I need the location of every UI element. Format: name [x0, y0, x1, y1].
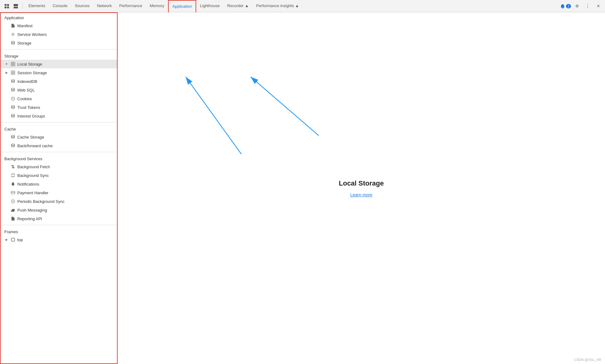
watermark: CSDN @XSL_HR — [574, 358, 601, 362]
sidebar-item-session-storage[interactable]: ▶Session Storage — [1, 68, 117, 77]
sidebar-item-push-messaging[interactable]: Push Messaging — [1, 206, 117, 214]
svg-rect-5 — [14, 7, 18, 8]
svg-point-24 — [11, 135, 15, 136]
sidebar-item-label: Notifications — [17, 182, 39, 186]
sidebar-item-cookies[interactable]: Cookies — [1, 94, 117, 103]
notification-badge[interactable]: 2 — [560, 4, 571, 9]
sidebar-item-manifest[interactable]: Manifest — [1, 21, 117, 30]
svg-point-17 — [11, 88, 15, 89]
sidebar-item-label: Manifest — [17, 24, 32, 28]
settings-button[interactable]: ⚙ — [573, 2, 581, 11]
sidebar-item-cache-storage[interactable]: Cache Storage — [1, 133, 117, 141]
sidebar-item-periodic-background-sync[interactable]: Periodic Background Sync — [1, 197, 117, 206]
tab-sources[interactable]: Sources — [71, 0, 93, 12]
tab-elements[interactable]: Elements — [25, 0, 49, 12]
page-title: Local Storage — [339, 179, 384, 187]
toolbar: ElementsConsoleSourcesNetworkPerformance… — [0, 0, 605, 12]
db-icon — [11, 105, 15, 110]
sidebar-item-label: IndexedDB — [17, 79, 37, 84]
svg-point-23 — [11, 114, 15, 115]
svg-rect-1 — [7, 4, 9, 6]
db-icon — [11, 88, 15, 92]
grid-db-icon — [11, 70, 15, 75]
svg-line-34 — [251, 77, 319, 136]
sync-icon — [11, 173, 15, 178]
arrows-ud-icon — [11, 164, 15, 169]
sidebar-item-label: Trust Tokens — [17, 105, 40, 110]
svg-point-7 — [11, 41, 15, 42]
annotation-arrows — [118, 12, 605, 364]
content-area: Local Storage Learn more CSDN @XSL_HR — [118, 12, 605, 364]
sidebar-item-back-forward-cache[interactable]: Back/forward cache — [1, 141, 117, 150]
svg-rect-8 — [11, 62, 13, 64]
sidebar-item-label: Local Storage — [17, 62, 42, 66]
svg-rect-0 — [5, 4, 6, 6]
sidebar-item-payment-handler[interactable]: Payment Handler — [1, 188, 117, 197]
db-icon — [11, 41, 15, 45]
sidebar-item-label: Storage — [17, 41, 32, 45]
sidebar-item-label: Service Workers — [17, 32, 47, 37]
sidebar: ApplicationManifestService WorkersStorag… — [0, 12, 118, 364]
sidebar-item-label: Session Storage — [17, 71, 47, 75]
sidebar-item-label: Interest Groups — [17, 114, 45, 118]
tab-performance[interactable]: Performance — [115, 0, 146, 12]
sidebar-item-service-workers[interactable]: Service Workers — [1, 30, 117, 39]
svg-line-33 — [186, 77, 241, 154]
grid-db-icon — [11, 62, 15, 66]
sidebar-item-indexeddb[interactable]: IndexedDB — [1, 77, 117, 86]
close-button[interactable]: ✕ — [594, 2, 603, 11]
tab-network[interactable]: Network — [93, 0, 116, 12]
chevron-icon: ▼ — [4, 62, 9, 66]
sidebar-item-label: Back/forward cache — [17, 143, 53, 148]
svg-rect-15 — [13, 73, 15, 75]
svg-rect-12 — [11, 71, 13, 72]
more-button[interactable]: ⋮ — [583, 2, 592, 11]
tab-application[interactable]: Application — [168, 0, 197, 12]
svg-point-21 — [13, 98, 13, 98]
tab-recorder_▲[interactable]: Recorder ▲ — [223, 0, 253, 12]
tab-lighthouse[interactable]: Lighthouse — [196, 0, 223, 12]
svg-rect-14 — [11, 73, 13, 75]
sidebar-item-notifications[interactable]: Notifications — [1, 180, 117, 188]
sidebar-item-storage[interactable]: Storage — [1, 39, 117, 47]
sidebar-item-label: Background Sync — [17, 173, 49, 178]
bell-icon — [11, 182, 15, 186]
sidebar-item-label: Cookies — [17, 96, 32, 101]
sidebar-item-local-storage[interactable]: ▼Local Storage — [1, 60, 117, 68]
devtools-icon-1[interactable] — [2, 2, 11, 11]
tab-memory[interactable]: Memory — [146, 0, 168, 12]
sidebar-item-interest-groups[interactable]: Interest Groups — [1, 112, 117, 120]
sidebar-item-reporting-api[interactable]: Reporting API — [1, 214, 117, 223]
sidebar-section-storage: Storage — [1, 51, 117, 60]
svg-point-16 — [11, 79, 15, 81]
svg-rect-11 — [13, 64, 15, 66]
sidebar-divider — [1, 152, 117, 152]
svg-rect-2 — [5, 6, 6, 8]
sidebar-item-trust-tokens[interactable]: Trust Tokens — [1, 103, 117, 112]
sidebar-item-label: Payment Handler — [17, 191, 48, 195]
sidebar-item-top[interactable]: ▶top — [1, 235, 117, 244]
sidebar-item-label: Cache Storage — [17, 135, 44, 139]
sidebar-section-application: Application — [1, 13, 117, 21]
sidebar-item-label: Background Fetch — [17, 165, 50, 169]
svg-point-25 — [11, 144, 15, 145]
sidebar-section-frames: Frames — [1, 227, 117, 235]
sidebar-item-background-sync[interactable]: Background Sync — [1, 171, 117, 180]
tab-console[interactable]: Console — [49, 0, 71, 12]
sidebar-item-background-fetch[interactable]: Background Fetch — [1, 162, 117, 171]
sidebar-item-label: top — [17, 238, 23, 242]
learn-more-link[interactable]: Learn more — [350, 192, 373, 197]
chevron-icon: ▶ — [4, 238, 9, 241]
svg-rect-30 — [11, 238, 15, 241]
sidebar-item-label: Push Messaging — [17, 208, 47, 212]
tab-performance_insights_▲[interactable]: Performance insights ▲ — [253, 0, 303, 12]
sidebar-divider — [1, 49, 117, 49]
cookie-icon — [11, 96, 15, 101]
devtools-icon-2[interactable] — [11, 2, 20, 11]
svg-point-6 — [12, 34, 14, 35]
card-icon — [11, 190, 15, 195]
sidebar-item-web-sql[interactable]: Web SQL — [1, 86, 117, 94]
svg-point-20 — [13, 99, 14, 99]
svg-rect-9 — [13, 62, 15, 64]
db-icon — [11, 113, 15, 118]
